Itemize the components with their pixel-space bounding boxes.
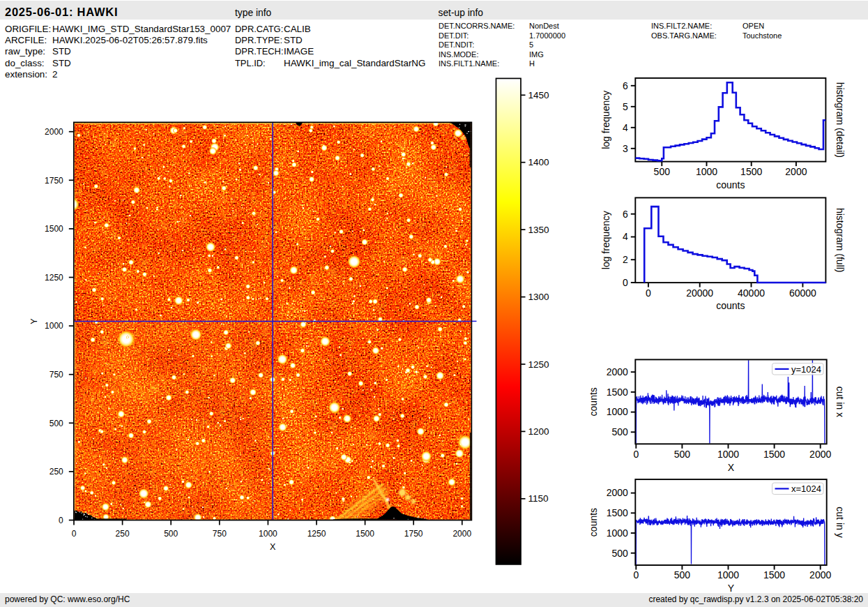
- svg-text:Y: Y: [728, 583, 735, 594]
- svg-text:2000: 2000: [607, 487, 628, 498]
- svg-text:1300: 1300: [528, 292, 549, 302]
- svg-text:X: X: [728, 462, 735, 473]
- svg-text:1000: 1000: [607, 527, 628, 539]
- svg-text:counts: counts: [588, 508, 599, 537]
- svg-text:2000: 2000: [607, 366, 628, 377]
- svg-text:1500: 1500: [763, 569, 785, 580]
- svg-text:1000: 1000: [607, 406, 628, 417]
- svg-text:x=1024: x=1024: [791, 484, 821, 494]
- svg-text:500: 500: [674, 569, 691, 580]
- svg-text:Y: Y: [29, 318, 39, 324]
- svg-text:1750: 1750: [404, 529, 423, 539]
- svg-text:1750: 1750: [45, 176, 63, 186]
- svg-text:500: 500: [611, 426, 628, 437]
- svg-text:6: 6: [623, 80, 628, 91]
- svg-text:2000: 2000: [45, 127, 63, 137]
- svg-text:1000: 1000: [717, 569, 739, 580]
- svg-text:0: 0: [646, 287, 651, 299]
- svg-text:250: 250: [50, 467, 63, 477]
- svg-text:X: X: [270, 542, 276, 552]
- svg-text:1250: 1250: [307, 529, 326, 539]
- svg-text:0: 0: [633, 569, 639, 580]
- svg-text:counts: counts: [716, 300, 745, 311]
- svg-text:500: 500: [674, 449, 691, 460]
- svg-text:2: 2: [623, 254, 628, 265]
- svg-text:500: 500: [164, 529, 178, 539]
- svg-text:250: 250: [116, 529, 130, 539]
- svg-text:histogram (detail): histogram (detail): [835, 82, 846, 158]
- svg-text:1150: 1150: [528, 493, 549, 504]
- svg-text:1500: 1500: [607, 387, 628, 398]
- svg-text:cut in x: cut in x: [835, 387, 846, 417]
- svg-text:1450: 1450: [528, 90, 549, 100]
- svg-text:0: 0: [633, 449, 639, 460]
- svg-text:40000: 40000: [738, 287, 765, 299]
- svg-text:counts: counts: [588, 387, 599, 416]
- svg-text:y=1024: y=1024: [791, 364, 821, 375]
- svg-text:1350: 1350: [528, 225, 549, 235]
- svg-text:1200: 1200: [528, 426, 549, 437]
- svg-text:750: 750: [213, 529, 227, 539]
- svg-text:4: 4: [623, 231, 628, 242]
- svg-text:1250: 1250: [528, 359, 549, 370]
- svg-text:histogram (full): histogram (full): [835, 208, 846, 273]
- svg-text:counts: counts: [716, 179, 745, 190]
- svg-text:20000: 20000: [686, 287, 713, 299]
- svg-text:1500: 1500: [763, 449, 785, 460]
- svg-text:1500: 1500: [607, 507, 628, 518]
- svg-text:6: 6: [623, 209, 628, 220]
- svg-text:1000: 1000: [45, 321, 63, 331]
- svg-text:1500: 1500: [45, 224, 63, 234]
- svg-text:0: 0: [59, 516, 63, 525]
- svg-text:1400: 1400: [528, 157, 549, 167]
- svg-text:500: 500: [50, 419, 63, 428]
- svg-text:1000: 1000: [259, 529, 277, 539]
- svg-text:1000: 1000: [717, 449, 739, 460]
- svg-text:750: 750: [50, 370, 63, 380]
- svg-text:1500: 1500: [356, 529, 374, 539]
- svg-text:1500: 1500: [740, 166, 762, 177]
- svg-text:5: 5: [623, 101, 628, 112]
- svg-text:60000: 60000: [789, 287, 816, 299]
- svg-text:log frequency: log frequency: [600, 211, 611, 269]
- svg-text:2000: 2000: [452, 529, 471, 539]
- svg-text:4: 4: [623, 122, 628, 133]
- svg-text:1250: 1250: [45, 273, 63, 283]
- svg-text:500: 500: [611, 548, 628, 559]
- svg-text:1000: 1000: [696, 166, 717, 177]
- svg-text:500: 500: [654, 166, 671, 177]
- svg-text:2000: 2000: [809, 449, 831, 460]
- svg-text:0: 0: [623, 277, 628, 288]
- svg-text:3: 3: [623, 143, 628, 154]
- svg-text:log frequency: log frequency: [600, 91, 611, 149]
- svg-text:cut in y: cut in y: [835, 507, 846, 537]
- svg-text:2000: 2000: [785, 166, 807, 177]
- svg-text:2000: 2000: [809, 569, 831, 580]
- svg-text:0: 0: [72, 529, 77, 539]
